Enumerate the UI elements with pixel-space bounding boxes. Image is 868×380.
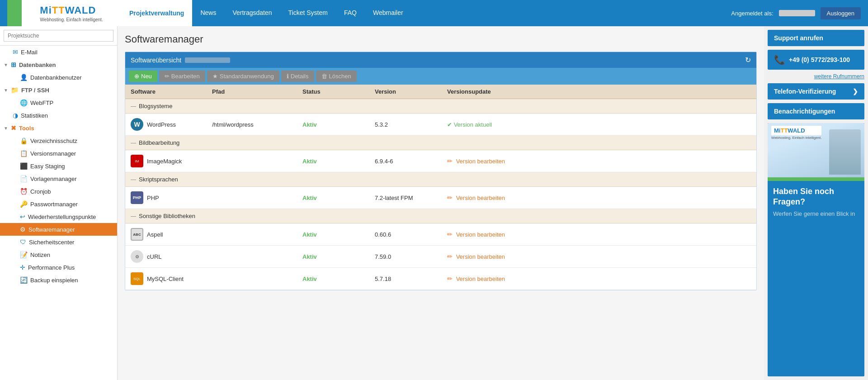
sidebar-item-wiederherstellungspunkte[interactable]: ↩ Wiederherstellungspunkte — [0, 210, 117, 223]
sidebar-item-ftp[interactable]: ▼ 📁 FTP / SSH — [0, 84, 117, 96]
checkmark-icon: ✔ — [447, 121, 452, 128]
nav-tab-webmailer[interactable]: Webmailer — [365, 0, 411, 26]
sidebar-item-sicherheitscenter[interactable]: 🛡 Sicherheitscenter — [0, 236, 117, 248]
nav-tab-news[interactable]: News — [192, 0, 224, 26]
table-body: — Blogsysteme W WordPress /html/wordpres… — [125, 99, 756, 290]
version-cell: 7.59.0 — [375, 253, 447, 260]
panel-title: Softwareübersicht — [131, 57, 181, 64]
sidebar-label: Cronjob — [30, 188, 51, 195]
sidebar-item-datenbanken[interactable]: ▼ ⊞ Datenbanken — [0, 58, 117, 71]
collapse-icon[interactable]: — — [131, 103, 136, 109]
chart-icon: ◑ — [13, 112, 18, 119]
section-sonstige: — Sonstige Bibliotheken — [125, 209, 756, 223]
sidebar-label: Vorlagenmanager — [30, 176, 77, 182]
ad-logo: MiTTWALD Webhosting. Einfach intelligent… — [771, 126, 821, 140]
neu-button[interactable]: ⊕ Neu — [129, 71, 157, 82]
sidebar-item-vorlagenmanager[interactable]: 📄 Vorlagenmanager — [0, 172, 117, 185]
expand-icon: ▼ — [4, 62, 8, 67]
sidebar-item-datenbankbenutzer[interactable]: 👤 Datenbankbenutzer — [0, 71, 117, 84]
telefon-verifizierung-button[interactable]: Telefon-Verifizierung ❯ — [768, 83, 864, 100]
refresh-icon[interactable]: ↻ — [745, 56, 751, 64]
panel-header-left: Softwareübersicht — [131, 57, 230, 64]
software-cell: IM ImageMagick — [131, 155, 212, 167]
expand-icon: ▼ — [4, 88, 8, 93]
status-cell: Aktiv — [302, 231, 375, 238]
phone-box: 📞 +49 (0) 5772/293-100 — [768, 50, 864, 70]
sidebar-item-verzeichnisschutz[interactable]: 🔒 Verzeichnisschutz — [0, 134, 117, 147]
collapse-icon[interactable]: — — [131, 213, 136, 219]
ad-green-bar — [768, 177, 864, 181]
sidebar-label: Datenbanken — [19, 62, 56, 68]
envelope-icon: ✉ — [13, 48, 18, 56]
status-cell: Aktiv — [302, 158, 375, 165]
details-button[interactable]: ℹ Details — [281, 71, 314, 82]
standardanwendung-button[interactable]: ★ Standardanwendung — [207, 71, 279, 82]
logout-button[interactable]: Ausloggen — [821, 7, 861, 19]
nav-tab-ticketsystem[interactable]: Ticket System — [280, 0, 336, 26]
search-input[interactable] — [4, 30, 113, 42]
table-row[interactable]: PHP PHP Aktiv 7.2-latest FPM ✏ Version b… — [125, 187, 756, 209]
sidebar-item-backupeinspielen[interactable]: 🔄 Backup einspielen — [0, 274, 117, 286]
bearbeiten-button[interactable]: ✏ Bearbeiten — [159, 71, 205, 82]
software-cell: W WordPress — [131, 118, 212, 131]
security-icon: 🛡 — [20, 238, 26, 246]
section-skriptsprachen: — Skriptsprachen — [125, 172, 756, 187]
software-name: WordPress — [147, 121, 176, 128]
table-row[interactable]: IM ImageMagick Aktiv 6.9.4-6 ✏ Version b… — [125, 150, 756, 172]
sidebar-item-webftp[interactable]: 🌐 WebFTP — [0, 96, 117, 109]
sidebar-item-tools[interactable]: ▼ ✖ Tools — [0, 122, 117, 134]
sidebar-item-performanceplus[interactable]: ✛ Performance Plus — [0, 261, 117, 274]
sidebar-item-softwaremanager[interactable]: ⚙ Softwaremanager — [0, 223, 117, 236]
software-cell: SQL MySQL-Client — [131, 272, 212, 285]
table-row[interactable]: W WordPress /html/wordpress Aktiv 5.3.2 … — [125, 114, 756, 136]
status-cell: Aktiv — [302, 276, 375, 282]
version-icon: 📋 — [20, 150, 28, 157]
template-icon: 📄 — [20, 175, 28, 182]
nav-tab-projektverwaltung[interactable]: Projektverwaltung — [121, 0, 192, 26]
sidebar-item-passwortmanager[interactable]: 🔑 Passwortmanager — [0, 198, 117, 210]
section-label: Skriptsprachen — [139, 176, 178, 183]
restore-icon: ↩ — [20, 213, 25, 220]
php-icon: PHP — [131, 191, 143, 204]
update-cell: ✏ Version bearbeiten — [447, 157, 751, 165]
table-header: Software Pfad Status Version Versionsupd… — [125, 85, 756, 99]
table-row[interactable]: ⚙ cURL Aktiv 7.59.0 ✏ Version bearbeiten — [125, 246, 756, 268]
plus-icon: ⊕ — [134, 73, 139, 80]
sidebar-item-easystaging[interactable]: ⬛ Easy Staging — [0, 160, 117, 172]
ad-box: MiTTWALD Webhosting. Einfach intelligent… — [768, 123, 864, 376]
software-cell: ABC Aspell — [131, 228, 212, 241]
software-icon: ⚙ — [20, 226, 26, 233]
sidebar-item-cronjob[interactable]: ⏰ Cronjob — [0, 185, 117, 198]
support-anrufen-button[interactable]: Support anrufen — [768, 30, 864, 46]
collapse-icon[interactable]: — — [131, 140, 136, 146]
weitere-rufnummern-link[interactable]: weitere Rufnummern — [768, 73, 864, 80]
toolbar: ⊕ Neu ✏ Bearbeiten ★ Standardanwendung ℹ… — [125, 68, 756, 85]
logo-text: MiTTWALD — [40, 5, 103, 16]
status-cell: Aktiv — [302, 121, 375, 128]
staging-icon: ⬛ — [20, 162, 28, 170]
sidebar-item-notizen[interactable]: 📝 Notizen — [0, 248, 117, 261]
version-cell: 0.60.6 — [375, 231, 447, 238]
sidebar-item-statistiken[interactable]: ◑ Statistiken — [0, 109, 117, 122]
sidebar-item-email[interactable]: ✉ E-Mail — [0, 46, 117, 58]
imagemagick-icon: IM — [131, 155, 143, 167]
col-software: Software — [131, 88, 212, 95]
table-row[interactable]: ABC Aspell Aktiv 0.60.6 ✏ Version bearbe… — [125, 223, 756, 246]
sidebar-item-versionsmanager[interactable]: 📋 Versionsmanager — [0, 147, 117, 160]
version-cell: 7.2-latest FPM — [375, 195, 447, 201]
sidebar-label: Datenbankbenutzer — [30, 74, 81, 81]
nav-tab-faq[interactable]: FAQ — [336, 0, 365, 26]
notes-icon: 📝 — [20, 251, 28, 258]
logo-green-bar — [7, 0, 22, 26]
table-row[interactable]: SQL MySQL-Client Aktiv 5.7.18 ✏ Version … — [125, 268, 756, 290]
star-icon: ★ — [212, 73, 218, 80]
benachrichtigungen-button[interactable]: Benachrichtigungen — [768, 103, 864, 119]
sidebar-label: WebFTP — [30, 100, 53, 106]
nav-tab-vertragsdaten[interactable]: Vertragsdaten — [224, 0, 280, 26]
collapse-icon[interactable]: — — [131, 176, 136, 183]
expand-icon: ▼ — [4, 126, 8, 131]
loeschen-button[interactable]: 🗑 Löschen — [316, 71, 357, 82]
header: MiTTWALD Webhosting. Einfach intelligent… — [0, 0, 868, 26]
ad-person-silhouette — [829, 129, 861, 175]
section-label: Blogsysteme — [139, 103, 172, 109]
